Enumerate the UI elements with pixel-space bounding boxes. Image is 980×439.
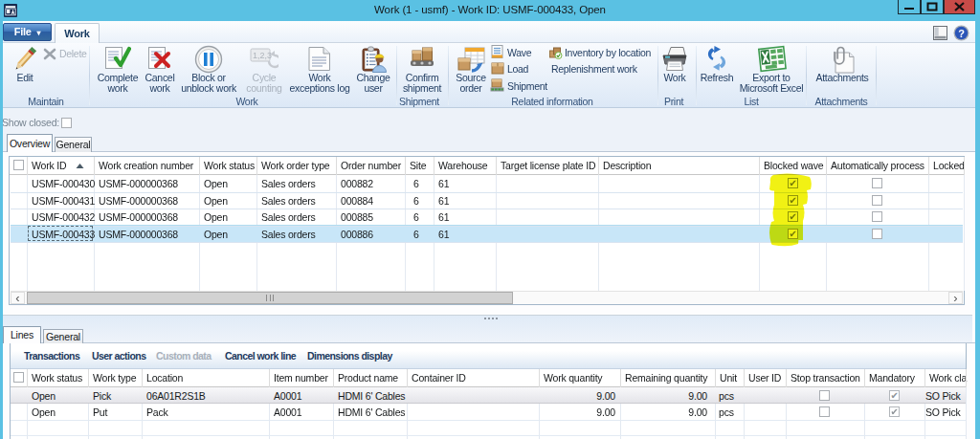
svg-text:?: ? [958, 28, 965, 39]
svg-text:1,2,3: 1,2,3 [253, 51, 272, 60]
